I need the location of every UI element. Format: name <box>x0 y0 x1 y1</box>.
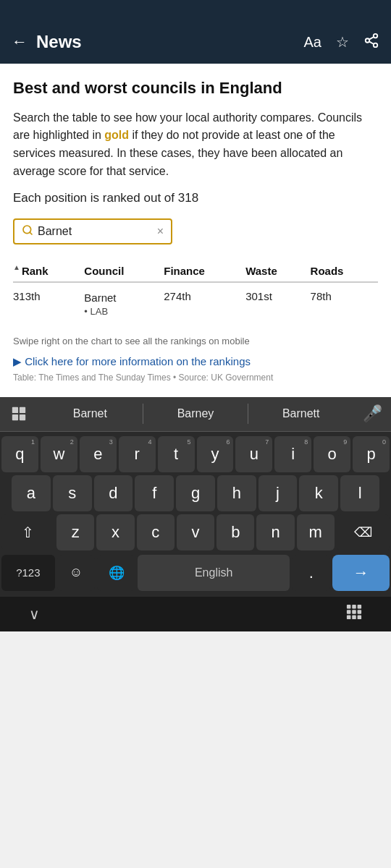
period-key[interactable]: . <box>292 555 330 591</box>
suggestions-row: Barnet Barney Barnett 🎤 <box>0 397 391 432</box>
swipe-hint: Swipe right on the chart to see all the … <box>13 336 378 346</box>
zxcv-row: ⇧ z x c v b n m ⌫ <box>0 513 391 552</box>
emoji-key[interactable]: ☺ <box>57 555 96 591</box>
page-title: News <box>36 32 82 52</box>
suggestion-barney[interactable]: Barney <box>143 407 248 420</box>
key-x[interactable]: x <box>96 514 134 550</box>
suggestion-barnet[interactable]: Barnet <box>38 407 143 420</box>
key-a[interactable]: a <box>12 475 51 511</box>
key-o[interactable]: 9o <box>314 436 350 472</box>
key-h[interactable]: h <box>217 475 256 511</box>
click-link[interactable]: ▶ Click here for more information on the… <box>13 355 378 368</box>
mic-icon[interactable]: 🎤 <box>353 404 391 423</box>
backspace-key[interactable]: ⌫ <box>337 514 390 550</box>
sort-arrow: ▲ <box>13 263 20 271</box>
asdf-row: a s d f g h j k l <box>0 474 391 513</box>
key-v[interactable]: v <box>177 514 214 550</box>
finance-cell: 274th <box>164 282 245 326</box>
svg-rect-7 <box>12 407 18 413</box>
ranked-text: Each position is ranked out of 318 <box>13 191 378 205</box>
key-i[interactable]: 8i <box>274 436 311 472</box>
key-l[interactable]: l <box>340 475 379 511</box>
roads-cell: 78th <box>311 282 378 326</box>
nav-bar: ← News Aa ☆ <box>0 20 391 64</box>
space-key[interactable]: English <box>138 555 290 591</box>
rank-header: ▲Rank <box>13 259 84 282</box>
gold-highlight: gold <box>104 129 129 141</box>
table-row: 313th Barnet • LAB 274th 301st 78th <box>13 282 378 326</box>
key-j[interactable]: j <box>258 475 298 511</box>
svg-line-4 <box>369 36 374 39</box>
enter-key[interactable]: → <box>332 555 390 591</box>
svg-line-6 <box>30 232 32 234</box>
grid-icon[interactable] <box>346 604 362 624</box>
apps-icon[interactable] <box>0 406 38 422</box>
key-u[interactable]: 7u <box>235 436 272 472</box>
svg-rect-13 <box>358 605 362 609</box>
rank-label: Rank <box>22 265 49 277</box>
key-w[interactable]: 2w <box>41 436 77 472</box>
bottom-bar: ∨ <box>0 597 391 631</box>
numbers-key[interactable]: ?123 <box>1 555 55 591</box>
rankings-table: ▲Rank Council Finance Waste Roads 313th … <box>13 259 378 326</box>
article-body: Search the table to see how your local a… <box>13 109 378 181</box>
key-s[interactable]: s <box>53 475 92 511</box>
key-g[interactable]: g <box>176 475 215 511</box>
council-header: Council <box>84 259 164 282</box>
key-c[interactable]: c <box>137 514 175 550</box>
svg-rect-19 <box>358 616 362 620</box>
party-tag: • LAB <box>84 305 159 318</box>
svg-rect-12 <box>352 605 356 609</box>
svg-rect-11 <box>347 605 351 609</box>
number-row: 1q 2w 3e 4r 5t 6y 7u 8i 9o 0p <box>0 432 391 474</box>
svg-rect-16 <box>358 610 362 615</box>
svg-rect-17 <box>347 616 351 620</box>
key-e[interactable]: 3e <box>80 436 117 472</box>
svg-rect-8 <box>20 407 25 413</box>
key-d[interactable]: d <box>94 475 133 511</box>
key-b[interactable]: b <box>216 514 254 550</box>
keyboard[interactable]: Barnet Barney Barnett 🎤 1q 2w 3e 4r 5t 6… <box>0 397 391 597</box>
council-name: Barnet <box>84 290 159 305</box>
article-content: Best and worst councils in England Searc… <box>0 64 391 397</box>
svg-rect-10 <box>20 414 25 420</box>
key-f[interactable]: f <box>135 475 174 511</box>
click-link-text[interactable]: ▶ Click here for more information on the… <box>13 355 251 367</box>
share-button[interactable] <box>363 33 379 52</box>
finance-header: Finance <box>164 259 245 282</box>
search-input[interactable]: Barnet <box>38 225 157 238</box>
bookmark-button[interactable]: ☆ <box>336 33 349 51</box>
waste-cell: 301st <box>245 282 310 326</box>
search-box[interactable]: Barnet × <box>13 218 172 244</box>
waste-header: Waste <box>245 259 310 282</box>
back-button[interactable]: ← <box>12 33 28 51</box>
key-z[interactable]: z <box>56 514 94 550</box>
key-n[interactable]: n <box>256 514 294 550</box>
rank-cell: 313th <box>13 282 84 326</box>
svg-rect-14 <box>347 610 351 615</box>
table-source: Table: The Times and The Sunday Times • … <box>13 373 378 383</box>
key-k[interactable]: k <box>299 475 338 511</box>
suggestion-barnett[interactable]: Barnett <box>248 407 353 420</box>
key-t[interactable]: 5t <box>158 436 195 472</box>
key-q[interactable]: 1q <box>1 436 38 472</box>
down-arrow-icon[interactable]: ∨ <box>29 605 40 623</box>
search-icon <box>22 224 33 239</box>
svg-rect-15 <box>352 610 356 615</box>
roads-header: Roads <box>311 259 378 282</box>
key-p[interactable]: 0p <box>353 436 390 472</box>
shift-key[interactable]: ⇧ <box>1 514 54 550</box>
svg-rect-9 <box>12 414 18 420</box>
key-y[interactable]: 6y <box>197 436 234 472</box>
svg-line-3 <box>369 41 374 44</box>
key-r[interactable]: 4r <box>119 436 156 472</box>
council-cell: Barnet • LAB <box>84 282 164 326</box>
font-button[interactable]: Aa <box>304 34 321 51</box>
key-m[interactable]: m <box>297 514 335 550</box>
svg-rect-18 <box>352 616 356 620</box>
article-title: Best and worst councils in England <box>13 78 378 99</box>
globe-key[interactable]: 🌐 <box>97 555 135 591</box>
status-bar <box>0 0 391 20</box>
bottom-row: ?123 ☺ 🌐 English . → <box>0 552 391 597</box>
clear-button[interactable]: × <box>157 225 164 238</box>
